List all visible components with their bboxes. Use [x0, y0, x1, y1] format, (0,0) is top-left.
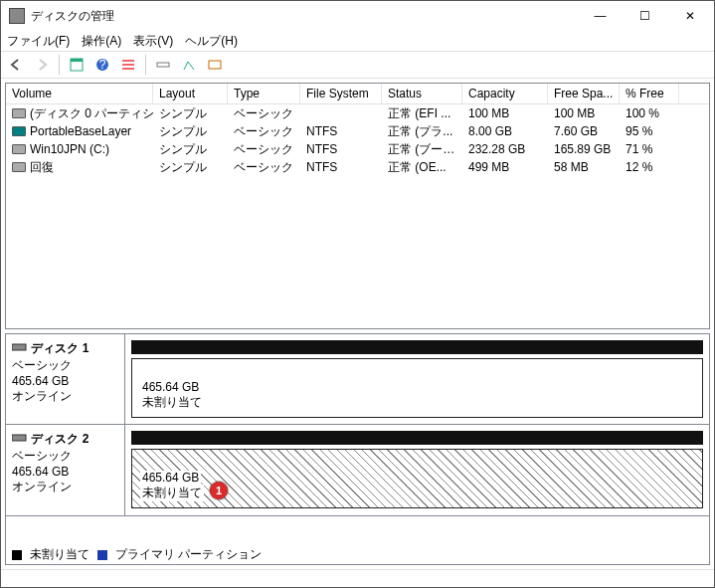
col-status[interactable]: Status — [382, 84, 462, 103]
tool-icon-3[interactable] — [204, 54, 226, 76]
volume-layout: シンプル — [153, 158, 228, 177]
svg-text:?: ? — [99, 58, 106, 72]
svg-rect-10 — [12, 435, 26, 441]
svg-rect-7 — [157, 63, 169, 67]
legend-swatch-unallocated — [12, 550, 22, 560]
volume-pctfree: 12 % — [620, 159, 679, 175]
svg-rect-8 — [209, 61, 221, 69]
help-icon[interactable]: ? — [91, 54, 113, 76]
volume-free: 58 MB — [548, 159, 620, 175]
svg-rect-9 — [12, 344, 26, 350]
volume-type: ベーシック — [228, 140, 300, 159]
disk-type: ベーシック — [12, 449, 72, 463]
svg-rect-6 — [122, 68, 134, 70]
volume-list[interactable]: Volume Layout Type File System Status Ca… — [5, 83, 710, 329]
volume-row[interactable]: 回復シンプルベーシックNTFS正常 (OE...499 MB58 MB12 % — [6, 158, 709, 176]
toolbar-separator — [145, 55, 146, 75]
col-layout[interactable]: Layout — [153, 84, 228, 103]
maximize-button[interactable]: ☐ — [623, 2, 667, 31]
volume-row[interactable]: PortableBaseLayerシンプルベーシックNTFS正常 (プラ...8… — [6, 122, 709, 140]
minimize-button[interactable]: — — [578, 2, 623, 31]
partition-header-bar — [131, 431, 703, 445]
disk-map: ディスク 1ベーシック465.64 GBオンライン465.64 GB未割り当て … — [5, 333, 710, 545]
disk-name: ディスク 2 — [31, 432, 89, 446]
partition-size: 465.64 GB — [140, 471, 201, 485]
col-freespace[interactable]: Free Spa... — [548, 84, 620, 103]
volume-status: 正常 (OE... — [382, 158, 462, 177]
menu-file[interactable]: ファイル(F) — [7, 33, 70, 50]
back-button[interactable] — [5, 54, 27, 76]
volume-name: Win10JPN (C:) — [30, 142, 109, 156]
volume-type: ベーシック — [228, 158, 300, 177]
statusbar — [1, 569, 714, 587]
drive-icon — [12, 162, 26, 172]
volume-layout: シンプル — [153, 104, 228, 123]
toolbar-separator — [59, 55, 60, 75]
legend: 未割り当て プライマリ パーティション — [5, 545, 710, 565]
disk-size: 465.64 GB — [12, 374, 69, 388]
window-title: ディスクの管理 — [31, 8, 578, 25]
volume-type: ベーシック — [228, 122, 300, 141]
volume-capacity: 232.28 GB — [462, 141, 548, 157]
volume-status: 正常 (ブート... — [382, 140, 462, 159]
volume-fs: NTFS — [300, 123, 382, 139]
volume-free: 7.60 GB — [548, 123, 620, 139]
tool-icon-1[interactable] — [152, 54, 174, 76]
volume-fs: NTFS — [300, 159, 382, 175]
drive-icon — [12, 126, 26, 136]
partition-block[interactable]: 465.64 GB未割り当て — [131, 358, 703, 418]
tool-icon-2[interactable] — [178, 54, 200, 76]
disk-group: ディスク 1ベーシック465.64 GBオンライン465.64 GB未割り当て — [6, 333, 709, 425]
volume-free: 165.89 GB — [548, 141, 620, 157]
volume-row[interactable]: Win10JPN (C:)シンプルベーシックNTFS正常 (ブート...232.… — [6, 140, 709, 158]
disk-name: ディスク 1 — [31, 341, 89, 355]
menu-help[interactable]: ヘルプ(H) — [185, 33, 238, 50]
volume-capacity: 499 MB — [462, 159, 548, 175]
volume-layout: シンプル — [153, 140, 228, 159]
volume-layout: シンプル — [153, 122, 228, 141]
col-type[interactable]: Type — [228, 84, 300, 103]
menu-action[interactable]: 操作(A) — [82, 33, 121, 50]
volume-capacity: 8.00 GB — [462, 123, 548, 139]
menu-view[interactable]: 表示(V) — [133, 33, 173, 50]
disk-icon — [12, 342, 28, 352]
app-icon — [9, 8, 25, 24]
view-icon[interactable] — [66, 54, 88, 76]
volume-pctfree: 100 % — [620, 105, 679, 121]
volume-name: PortableBaseLayer — [30, 124, 131, 138]
forward-button[interactable] — [31, 54, 53, 76]
volume-status: 正常 (EFI ... — [382, 104, 462, 123]
titlebar: ディスクの管理 — ☐ ✕ — [1, 1, 714, 31]
volume-free: 100 MB — [548, 105, 620, 121]
disk-icon — [12, 433, 28, 443]
disk-info[interactable]: ディスク 2ベーシック465.64 GBオンライン — [6, 425, 125, 515]
disk-partition-map[interactable]: 465.64 GB未割り当て1 — [125, 425, 709, 515]
toolbar: ? — [1, 51, 714, 79]
disk-group: ディスク 2ベーシック465.64 GBオンライン465.64 GB未割り当て1 — [6, 425, 709, 516]
drive-icon — [12, 144, 26, 154]
volume-capacity: 100 MB — [462, 105, 548, 121]
menubar: ファイル(F) 操作(A) 表示(V) ヘルプ(H) — [1, 31, 714, 51]
list-icon[interactable] — [117, 54, 139, 76]
svg-rect-1 — [71, 59, 83, 62]
callout-badge: 1 — [210, 482, 228, 499]
disk-info[interactable]: ディスク 1ベーシック465.64 GBオンライン — [6, 334, 125, 424]
col-pctfree[interactable]: % Free — [620, 84, 679, 103]
col-capacity[interactable]: Capacity — [462, 84, 548, 103]
partition-block[interactable]: 465.64 GB未割り当て1 — [131, 449, 703, 508]
volume-row[interactable]: (ディスク 0 パーティシ...シンプルベーシック正常 (EFI ...100 … — [6, 104, 709, 122]
volume-type: ベーシック — [228, 104, 300, 123]
disk-status: オンライン — [12, 389, 72, 403]
col-filesystem[interactable]: File System — [300, 84, 382, 103]
disk-status: オンライン — [12, 480, 72, 493]
close-button[interactable]: ✕ — [667, 2, 712, 31]
volume-pctfree: 71 % — [620, 141, 679, 157]
volume-fs — [300, 112, 382, 114]
disk-type: ベーシック — [12, 358, 72, 372]
legend-label-unallocated: 未割り当て — [30, 546, 89, 563]
svg-rect-5 — [122, 64, 134, 66]
col-volume[interactable]: Volume — [6, 84, 153, 103]
volume-status: 正常 (プラ... — [382, 122, 462, 141]
volume-name: 回復 — [30, 159, 54, 176]
disk-partition-map[interactable]: 465.64 GB未割り当て — [125, 334, 709, 424]
